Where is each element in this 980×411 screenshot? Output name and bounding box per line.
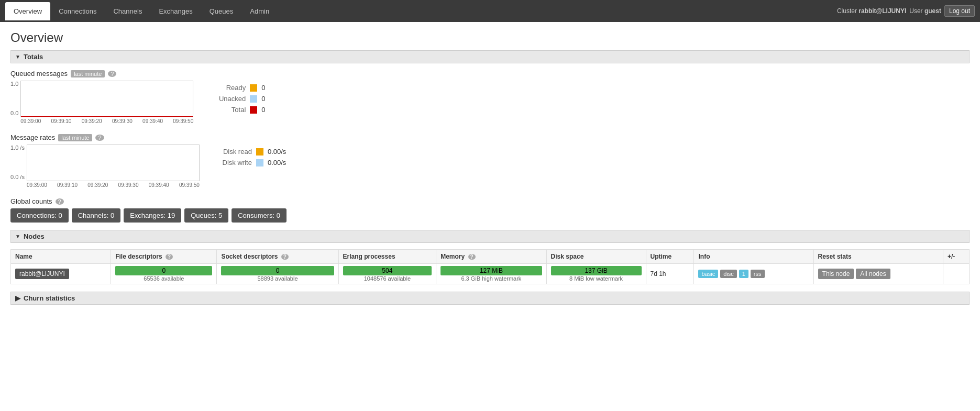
memory-cell: 127 MiB 6.3 GiB high watermark (436, 264, 546, 284)
chart2-y-top: 1.0 /s (10, 145, 25, 151)
col-file-desc: File descriptors ? (111, 250, 217, 264)
file-desc-cell: 0 65536 available (111, 264, 217, 284)
legend-total: Total 0 (209, 106, 265, 114)
legend-total-color (250, 106, 257, 114)
nav-tab-admin[interactable]: Admin (241, 2, 278, 20)
queued-messages-section: Queued messages last minute ? 1.0 0.0 (10, 70, 970, 124)
legend-disk-write-label: Disk write (215, 159, 252, 166)
socket-desc-sub: 58893 available (221, 275, 334, 282)
nodes-table: Name File descriptors ? Socket descripto… (10, 249, 970, 284)
reset-all-nodes-button[interactable]: All nodes (856, 269, 890, 279)
info-badges: basic disc 1 rss (698, 270, 809, 278)
user-name: guest (924, 7, 941, 15)
navigation-bar: Overview Connections Channels Exchanges … (0, 0, 980, 22)
queued-messages-legend: Ready 0 Unacked 0 Total 0 (209, 81, 265, 114)
nav-tab-connections[interactable]: Connections (50, 2, 105, 20)
nodes-label: Nodes (24, 232, 45, 240)
nav-tab-exchanges[interactable]: Exchanges (150, 2, 201, 20)
queued-messages-chart: 1.0 0.0 09:39:00 09:39:10 09:39:20 09:39… (10, 81, 193, 124)
info-cell: basic disc 1 rss (694, 264, 813, 284)
memory-sub: 6.3 GiB high watermark (441, 275, 542, 282)
legend-ready: Ready 0 (209, 84, 265, 92)
badge-disc[interactable]: disc (720, 270, 737, 278)
legend-ready-value: 0 (261, 84, 265, 92)
reset-this-node-button[interactable]: This node (818, 269, 854, 279)
badge-basic[interactable]: basic (698, 270, 718, 278)
consumers-count-btn[interactable]: Consumers: 0 (232, 208, 287, 223)
chart1-red-line (21, 116, 193, 117)
chart2-x-labels: 09:39:00 09:39:10 09:39:20 09:39:30 09:3… (27, 182, 200, 188)
legend-total-value: 0 (261, 106, 265, 114)
chart1-x5: 09:39:50 (173, 118, 193, 124)
uptime-cell: 7d 1h (646, 264, 694, 284)
col-reset: Reset stats (813, 250, 943, 264)
legend-ready-label: Ready (209, 84, 246, 92)
user-label: User guest (909, 7, 941, 15)
col-socket-desc: Socket descriptors ? (217, 250, 338, 264)
nav-tab-channels[interactable]: Channels (105, 2, 150, 20)
badge-num[interactable]: 1 (739, 270, 748, 278)
channels-count-btn[interactable]: Channels: 0 (72, 208, 120, 223)
churn-arrow: ▶ (15, 294, 20, 302)
chart2-x1: 09:39:10 (57, 182, 78, 188)
chart1-x0: 09:39:00 (20, 118, 41, 124)
socket-desc-help[interactable]: ? (281, 254, 289, 260)
nav-tab-queues[interactable]: Queues (201, 2, 242, 20)
message-rates-help[interactable]: ? (95, 135, 104, 141)
node-name-badge[interactable]: rabbit@LIJUNYI (15, 269, 69, 279)
legend-disk-write: Disk write 0.00/s (215, 159, 286, 166)
global-counts-section: Global counts ? Connections: 0 Channels:… (10, 197, 970, 223)
uptime-value: 7d 1h (651, 270, 666, 277)
chart1-y-labels: 1.0 0.0 (10, 81, 18, 117)
node-name-cell: rabbit@LIJUNYI (11, 264, 111, 284)
legend-disk-read-color (256, 148, 263, 155)
chart1-x3: 09:39:30 (112, 118, 133, 124)
legend-ready-color (250, 84, 257, 92)
chart2-x4: 09:39:40 (149, 182, 169, 188)
chart1-box (20, 81, 193, 117)
legend-disk-read-value: 0.00/s (268, 148, 286, 155)
queued-messages-time-filter[interactable]: last minute (71, 70, 105, 77)
legend-disk-write-value: 0.00/s (268, 159, 286, 166)
col-addremove[interactable]: +/- (943, 250, 969, 264)
queues-count-btn[interactable]: Queues: 5 (184, 208, 228, 223)
totals-label: Totals (24, 53, 43, 61)
message-rates-time-filter[interactable]: last minute (58, 134, 92, 141)
totals-arrow: ▼ (15, 54, 20, 60)
nodes-section-header[interactable]: ▼ Nodes (10, 230, 970, 243)
message-rates-section: Message rates last minute ? 1.0 /s 0.0 /… (10, 134, 970, 188)
file-desc-help[interactable]: ? (166, 254, 173, 260)
chart1-y-bottom: 0.0 (10, 110, 18, 116)
disk-cell: 137 GiB 8 MiB low watermark (546, 264, 646, 284)
queued-messages-help[interactable]: ? (108, 71, 116, 77)
global-counts-help[interactable]: ? (56, 198, 64, 205)
legend-unacked-label: Unacked (209, 95, 246, 103)
erlang-sub: 1048576 available (343, 275, 432, 282)
nodes-section: ▼ Nodes Name File descriptors ? Socket d… (10, 230, 970, 284)
erlang-cell: 504 1048576 available (338, 264, 436, 284)
badge-rss[interactable]: rss (751, 270, 765, 278)
memory-help[interactable]: ? (468, 254, 476, 260)
col-memory: Memory ? (436, 250, 546, 264)
connections-count-btn[interactable]: Connections: 0 (10, 208, 69, 223)
churn-section-header[interactable]: ▶ Churn statistics (10, 292, 970, 305)
nav-tab-overview[interactable]: Overview (5, 2, 50, 20)
chart1-x4: 09:39:40 (142, 118, 163, 124)
exchanges-count-btn[interactable]: Exchanges: 19 (124, 208, 181, 223)
logout-button[interactable]: Log out (944, 5, 975, 17)
main-content: Overview ▼ Totals Queued messages last m… (0, 22, 980, 313)
disk-bar: 137 GiB (551, 266, 642, 275)
legend-total-label: Total (209, 106, 246, 114)
col-name: Name (11, 250, 111, 264)
message-rates-legend: Disk read 0.00/s Disk write 0.00/s (215, 145, 286, 166)
cluster-name: rabbit@LIJUNYI (858, 7, 906, 15)
socket-desc-bar: 0 (221, 266, 334, 275)
totals-section-header[interactable]: ▼ Totals (10, 50, 970, 63)
addremove-cell (943, 264, 969, 284)
col-disk: Disk space (546, 250, 646, 264)
page-title: Overview (10, 30, 970, 45)
chart2-x3: 09:39:30 (118, 182, 139, 188)
file-desc-sub: 65536 available (115, 275, 212, 282)
socket-desc-cell: 0 58893 available (217, 264, 338, 284)
disk-sub: 8 MiB low watermark (551, 275, 642, 282)
